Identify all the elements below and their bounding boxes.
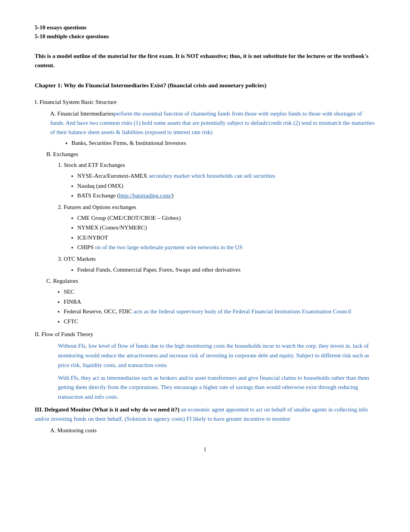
section-A-label: A. Financial Intermediaries [50,110,114,117]
section-I-heading: I. Financial System Basic Structure [35,97,375,107]
bullet-nasdaq: Nasdaq (and OMX) [77,181,375,191]
bullet-ice: ICE/NYBOT [77,233,375,243]
intro-text: This is a model outline of the material … [35,51,375,70]
section-III-black: III. Delegated Monitor (What is it and w… [35,406,180,413]
bats-link[interactable]: http://batstrading.com/ [119,192,171,199]
section-II-para1: Without FIs, low level of flow of funds … [58,341,375,370]
section-III-heading: III. Delegated Monitor (What is it and w… [35,405,375,423]
page-number: 1 [35,447,375,453]
section-B1-bullets: NYSE-Arca/Euronext-AMEX secondary market… [77,171,375,201]
section-C-label: C. Regulators [46,278,78,284]
section-C: C. Regulators [46,276,375,286]
bullet-sec: SEC [64,287,375,297]
section-II-para2: With FIs, they act as intermediaries suc… [58,373,375,402]
section-B2: 2. Futures and Options exchanges [58,202,375,212]
chapter-title: Chapter 1: Why do Financial Intermediari… [35,81,375,90]
section-B3-bullets: Federal Funds, Commercial Paper, Forex, … [77,265,375,275]
section-B-label: B. Exchanges [46,151,78,157]
section-III-A-label: A. Monitoring costs [50,427,97,433]
bullet-banks: Banks, Securities Firms, & Institutional… [71,138,375,148]
bullet-finra: FINRA [64,297,375,307]
page-container: 5-10 essays questions 5-10 multiple choi… [0,0,410,476]
section-III-A: A. Monitoring costs [50,426,375,435]
section-II-heading: II. Flow of Funds Theory [35,330,375,339]
bullet-nyse: NYSE-Arca/Euronext-AMEX secondary market… [77,171,375,181]
bullet-chips: CHIPS on of the two large wholesale paym… [77,243,375,253]
section-B2-bullets: CME Group (CME/CBOT/CBOE – Globex) NYMEX… [77,213,375,253]
bullet-cme: CME Group (CME/CBOT/CBOE – Globex) [77,213,375,223]
bullet-nyse-blue: secondary market which households can se… [149,173,275,179]
header-section: 5-10 essays questions 5-10 multiple choi… [35,23,375,41]
header-line1: 5-10 essays questions [35,23,375,32]
bullet-nymex: NYMEX (Comex/NYMERC) [77,223,375,233]
section-A-bullets: Banks, Securities Firms, & Institutional… [71,138,375,148]
bullet-cftc: CFTC [64,317,375,327]
section-B1: 1. Stock and ETF Exchanges [58,160,375,170]
header-line2: 5-10 multiple choice questions [35,32,375,41]
bullet-otc: Federal Funds, Commercial Paper, Forex, … [77,265,375,275]
bullet-fed: Federal Reserve, OCC, FDIC acts as the f… [64,307,375,317]
section-C-bullets: SEC FINRA Federal Reserve, OCC, FDIC act… [64,287,375,326]
section-B1-label: 1. Stock and ETF Exchanges [58,162,125,168]
section-B3-label: 3. OTC Markets [58,256,96,262]
section-B2-label: 2. Futures and Options exchanges [58,204,136,210]
section-B3: 3. OTC Markets [58,254,375,263]
bullet-nyse-black: NYSE-Arca/Euronext-AMEX [77,173,149,179]
section-B: B. Exchanges [46,150,375,159]
bullet-bats: BATS Exchange (http://batstrading.com/) [77,191,375,201]
section-A: A. Financial Intermediariesperform the e… [50,109,375,137]
